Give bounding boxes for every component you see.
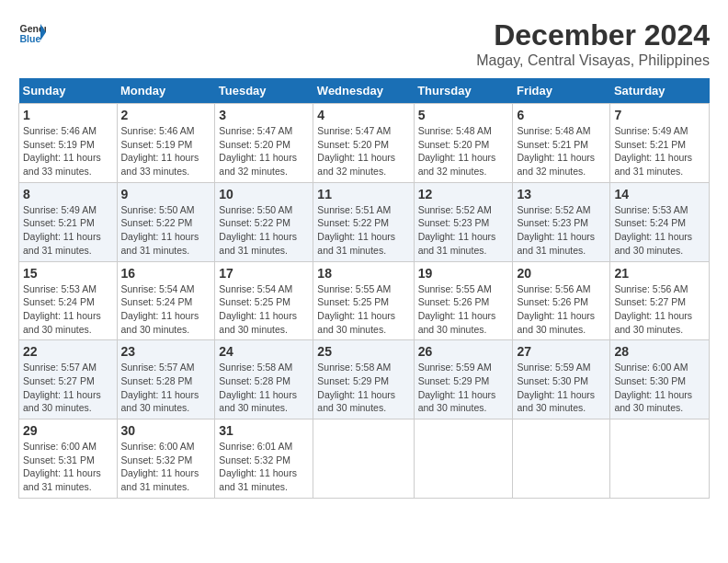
day-number: 15: [23, 266, 113, 281]
day-info: Sunrise: 5:54 AM Sunset: 5:25 PM Dayligh…: [219, 282, 309, 337]
day-number: 28: [614, 344, 705, 359]
table-row: 12Sunrise: 5:52 AM Sunset: 5:23 PM Dayli…: [414, 182, 513, 261]
logo: General Blue: [18, 18, 46, 46]
day-info: Sunrise: 5:54 AM Sunset: 5:24 PM Dayligh…: [121, 282, 211, 337]
calendar-week-row: 15Sunrise: 5:53 AM Sunset: 5:24 PM Dayli…: [19, 261, 710, 340]
table-row: 5Sunrise: 5:48 AM Sunset: 5:20 PM Daylig…: [414, 104, 513, 183]
day-number: 8: [23, 187, 113, 201]
weekday-header-row: Sunday Monday Tuesday Wednesday Thursday…: [19, 78, 710, 104]
day-info: Sunrise: 5:48 AM Sunset: 5:21 PM Dayligh…: [517, 124, 606, 178]
header-saturday: Saturday: [610, 78, 710, 104]
table-row: 10Sunrise: 5:50 AM Sunset: 5:22 PM Dayli…: [215, 182, 313, 261]
day-info: Sunrise: 5:47 AM Sunset: 5:20 PM Dayligh…: [317, 124, 409, 178]
day-info: Sunrise: 5:57 AM Sunset: 5:27 PM Dayligh…: [23, 361, 113, 415]
day-info: Sunrise: 5:52 AM Sunset: 5:23 PM Dayligh…: [418, 203, 509, 258]
table-row: 13Sunrise: 5:52 AM Sunset: 5:23 PM Dayli…: [513, 182, 610, 261]
day-info: Sunrise: 5:57 AM Sunset: 5:28 PM Dayligh…: [121, 361, 211, 415]
calendar-week-row: 8Sunrise: 5:49 AM Sunset: 5:21 PM Daylig…: [19, 182, 710, 261]
logo-icon: General Blue: [18, 18, 46, 46]
day-number: 29: [23, 423, 113, 438]
table-row: 7Sunrise: 5:49 AM Sunset: 5:21 PM Daylig…: [610, 104, 710, 183]
day-number: 10: [219, 187, 309, 201]
table-row: 2Sunrise: 5:46 AM Sunset: 5:19 PM Daylig…: [117, 104, 215, 183]
day-number: 26: [418, 344, 509, 359]
table-row: 9Sunrise: 5:50 AM Sunset: 5:22 PM Daylig…: [117, 182, 215, 261]
day-info: Sunrise: 5:55 AM Sunset: 5:26 PM Dayligh…: [418, 282, 509, 337]
day-info: Sunrise: 5:58 AM Sunset: 5:29 PM Dayligh…: [317, 361, 409, 415]
header-thursday: Thursday: [414, 78, 513, 104]
day-number: 31: [219, 423, 309, 438]
day-info: Sunrise: 5:46 AM Sunset: 5:19 PM Dayligh…: [121, 124, 211, 178]
day-number: 18: [317, 266, 409, 281]
table-row: 23Sunrise: 5:57 AM Sunset: 5:28 PM Dayli…: [117, 340, 215, 419]
table-row: 27Sunrise: 5:59 AM Sunset: 5:30 PM Dayli…: [513, 340, 610, 419]
day-number: 27: [517, 344, 606, 359]
table-row: 31Sunrise: 6:01 AM Sunset: 5:32 PM Dayli…: [215, 419, 313, 499]
day-number: 20: [517, 266, 606, 281]
day-info: Sunrise: 5:53 AM Sunset: 5:24 PM Dayligh…: [23, 282, 113, 337]
day-number: 23: [121, 344, 211, 359]
day-info: Sunrise: 6:00 AM Sunset: 5:32 PM Dayligh…: [121, 440, 211, 494]
day-number: 11: [317, 187, 409, 201]
table-row: 18Sunrise: 5:55 AM Sunset: 5:25 PM Dayli…: [313, 261, 414, 340]
day-info: Sunrise: 6:00 AM Sunset: 5:31 PM Dayligh…: [23, 440, 113, 494]
calendar-week-row: 1Sunrise: 5:46 AM Sunset: 5:19 PM Daylig…: [19, 104, 710, 183]
table-row: 21Sunrise: 5:56 AM Sunset: 5:27 PM Dayli…: [610, 261, 710, 340]
header-monday: Monday: [117, 78, 215, 104]
day-info: Sunrise: 5:50 AM Sunset: 5:22 PM Dayligh…: [121, 203, 211, 258]
day-number: 25: [317, 344, 409, 359]
day-info: Sunrise: 5:47 AM Sunset: 5:20 PM Dayligh…: [219, 124, 309, 178]
day-info: Sunrise: 5:51 AM Sunset: 5:22 PM Dayligh…: [317, 203, 409, 258]
day-number: 9: [121, 187, 211, 201]
table-row: [610, 419, 710, 499]
location-title: Magay, Central Visayas, Philippines: [476, 52, 710, 69]
day-info: Sunrise: 6:00 AM Sunset: 5:30 PM Dayligh…: [614, 361, 705, 415]
day-info: Sunrise: 5:50 AM Sunset: 5:22 PM Dayligh…: [219, 203, 309, 258]
table-row: 15Sunrise: 5:53 AM Sunset: 5:24 PM Dayli…: [19, 261, 118, 340]
day-number: 2: [121, 108, 211, 122]
day-number: 4: [317, 108, 409, 122]
table-row: [313, 419, 414, 499]
day-number: 12: [418, 187, 509, 201]
table-row: 14Sunrise: 5:53 AM Sunset: 5:24 PM Dayli…: [610, 182, 710, 261]
table-row: 20Sunrise: 5:56 AM Sunset: 5:26 PM Dayli…: [513, 261, 610, 340]
table-row: 16Sunrise: 5:54 AM Sunset: 5:24 PM Dayli…: [117, 261, 215, 340]
day-info: Sunrise: 5:46 AM Sunset: 5:19 PM Dayligh…: [23, 124, 113, 178]
day-number: 13: [517, 187, 606, 201]
day-number: 30: [121, 423, 211, 438]
day-info: Sunrise: 5:48 AM Sunset: 5:20 PM Dayligh…: [418, 124, 509, 178]
day-info: Sunrise: 5:58 AM Sunset: 5:28 PM Dayligh…: [219, 361, 309, 415]
svg-text:Blue: Blue: [20, 33, 41, 44]
day-info: Sunrise: 5:59 AM Sunset: 5:30 PM Dayligh…: [517, 361, 606, 415]
day-info: Sunrise: 5:55 AM Sunset: 5:25 PM Dayligh…: [317, 282, 409, 337]
day-info: Sunrise: 5:52 AM Sunset: 5:23 PM Dayligh…: [517, 203, 606, 258]
day-info: Sunrise: 5:53 AM Sunset: 5:24 PM Dayligh…: [614, 203, 705, 258]
table-row: [513, 419, 610, 499]
table-row: 25Sunrise: 5:58 AM Sunset: 5:29 PM Dayli…: [313, 340, 414, 419]
table-row: 11Sunrise: 5:51 AM Sunset: 5:22 PM Dayli…: [313, 182, 414, 261]
table-row: 8Sunrise: 5:49 AM Sunset: 5:21 PM Daylig…: [19, 182, 118, 261]
day-info: Sunrise: 6:01 AM Sunset: 5:32 PM Dayligh…: [219, 440, 309, 494]
table-row: 4Sunrise: 5:47 AM Sunset: 5:20 PM Daylig…: [313, 104, 414, 183]
table-row: 17Sunrise: 5:54 AM Sunset: 5:25 PM Dayli…: [215, 261, 313, 340]
day-number: 16: [121, 266, 211, 281]
table-row: [414, 419, 513, 499]
day-number: 3: [219, 108, 309, 122]
table-row: 6Sunrise: 5:48 AM Sunset: 5:21 PM Daylig…: [513, 104, 610, 183]
table-row: 3Sunrise: 5:47 AM Sunset: 5:20 PM Daylig…: [215, 104, 313, 183]
day-info: Sunrise: 5:56 AM Sunset: 5:26 PM Dayligh…: [517, 282, 606, 337]
header: General Blue December 2024 Magay, Centra…: [18, 18, 710, 69]
table-row: 1Sunrise: 5:46 AM Sunset: 5:19 PM Daylig…: [19, 104, 118, 183]
month-title: December 2024: [476, 18, 710, 52]
day-info: Sunrise: 5:49 AM Sunset: 5:21 PM Dayligh…: [23, 203, 113, 258]
day-number: 7: [614, 108, 705, 122]
header-sunday: Sunday: [19, 78, 118, 104]
day-number: 5: [418, 108, 509, 122]
day-number: 21: [614, 266, 705, 281]
day-number: 22: [23, 344, 113, 359]
day-info: Sunrise: 5:49 AM Sunset: 5:21 PM Dayligh…: [614, 124, 705, 178]
calendar-week-row: 22Sunrise: 5:57 AM Sunset: 5:27 PM Dayli…: [19, 340, 710, 419]
table-row: 24Sunrise: 5:58 AM Sunset: 5:28 PM Dayli…: [215, 340, 313, 419]
header-wednesday: Wednesday: [313, 78, 414, 104]
table-row: 26Sunrise: 5:59 AM Sunset: 5:29 PM Dayli…: [414, 340, 513, 419]
